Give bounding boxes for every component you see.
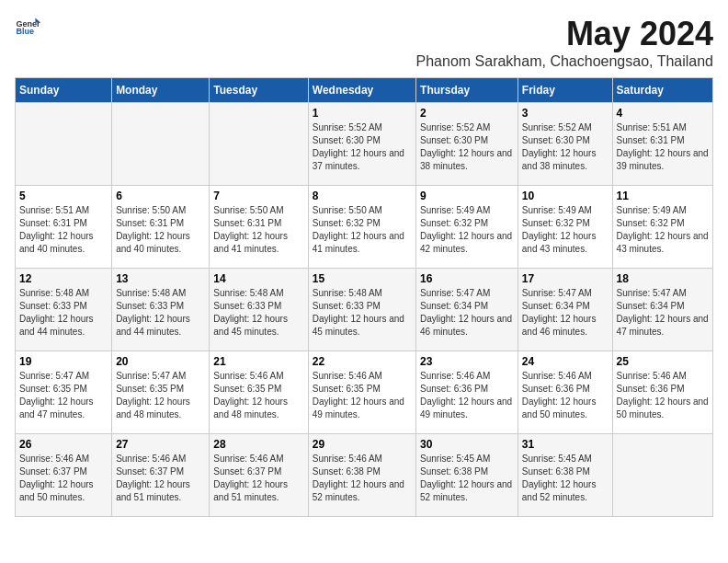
day-info: Sunrise: 5:47 AMSunset: 6:34 PMDaylight:… [420,287,514,339]
day-number: 11 [617,190,709,202]
day-info: Sunrise: 5:47 AMSunset: 6:34 PMDaylight:… [522,287,609,339]
calendar-cell: 17Sunrise: 5:47 AMSunset: 6:34 PMDayligh… [518,269,612,351]
day-info: Sunrise: 5:45 AMSunset: 6:38 PMDaylight:… [420,453,514,504]
day-number: 13 [116,272,205,285]
calendar-cell: 26Sunrise: 5:46 AMSunset: 6:37 PMDayligh… [16,434,112,517]
day-info: Sunrise: 5:47 AMSunset: 6:35 PMDaylight:… [116,370,205,421]
day-info: Sunrise: 5:46 AMSunset: 6:37 PMDaylight:… [19,453,108,504]
calendar-cell [112,103,210,186]
day-info: Sunrise: 5:50 AMSunset: 6:32 PMDaylight:… [313,204,412,256]
day-number: 15 [313,272,412,285]
calendar-week-row: 12Sunrise: 5:48 AMSunset: 6:33 PMDayligh… [16,269,713,351]
header-sunday: Sunday [16,78,112,103]
calendar-cell: 20Sunrise: 5:47 AMSunset: 6:35 PMDayligh… [112,351,210,434]
day-number: 29 [313,438,412,451]
day-info: Sunrise: 5:49 AMSunset: 6:32 PMDaylight:… [522,204,609,256]
calendar-cell: 7Sunrise: 5:50 AMSunset: 6:31 PMDaylight… [210,186,308,269]
title-area: May 2024 Phanom Sarakham, Chachoengsao, … [416,15,713,70]
calendar-cell: 15Sunrise: 5:48 AMSunset: 6:33 PMDayligh… [308,269,415,351]
day-info: Sunrise: 5:52 AMSunset: 6:30 PMDaylight:… [313,121,412,173]
calendar-cell: 29Sunrise: 5:46 AMSunset: 6:38 PMDayligh… [308,434,415,517]
day-info: Sunrise: 5:50 AMSunset: 6:31 PMDaylight:… [213,204,303,256]
day-number: 21 [213,355,303,368]
day-number: 30 [420,438,514,451]
calendar-cell: 10Sunrise: 5:49 AMSunset: 6:32 PMDayligh… [518,186,612,269]
calendar-cell: 6Sunrise: 5:50 AMSunset: 6:31 PMDaylight… [112,186,210,269]
subtitle: Phanom Sarakham, Chachoengsao, Thailand [416,53,713,70]
calendar-cell: 23Sunrise: 5:46 AMSunset: 6:36 PMDayligh… [416,351,518,434]
calendar-table: SundayMondayTuesdayWednesdayThursdayFrid… [15,77,713,517]
day-info: Sunrise: 5:47 AMSunset: 6:35 PMDaylight:… [19,370,108,421]
calendar-cell: 12Sunrise: 5:48 AMSunset: 6:33 PMDayligh… [16,269,112,351]
day-number: 27 [116,438,205,451]
calendar-week-row: 1Sunrise: 5:52 AMSunset: 6:30 PMDaylight… [16,103,713,186]
calendar-cell: 31Sunrise: 5:45 AMSunset: 6:38 PMDayligh… [518,434,612,517]
calendar-cell: 28Sunrise: 5:46 AMSunset: 6:37 PMDayligh… [210,434,308,517]
day-number: 14 [213,272,303,285]
day-info: Sunrise: 5:46 AMSunset: 6:38 PMDaylight:… [313,453,412,504]
day-number: 18 [617,272,709,285]
header-thursday: Thursday [416,78,518,103]
calendar-cell: 2Sunrise: 5:52 AMSunset: 6:30 PMDaylight… [416,103,518,186]
day-number: 26 [19,438,108,451]
calendar-cell: 4Sunrise: 5:51 AMSunset: 6:31 PMDaylight… [612,103,712,186]
day-info: Sunrise: 5:46 AMSunset: 6:36 PMDaylight:… [617,370,709,421]
calendar-cell: 8Sunrise: 5:50 AMSunset: 6:32 PMDaylight… [308,186,415,269]
day-number: 6 [116,190,205,202]
day-number: 31 [522,438,609,451]
day-info: Sunrise: 5:48 AMSunset: 6:33 PMDaylight:… [213,287,303,339]
day-number: 10 [522,190,609,202]
day-number: 22 [313,355,412,368]
day-info: Sunrise: 5:46 AMSunset: 6:37 PMDaylight:… [213,453,303,504]
calendar-cell: 1Sunrise: 5:52 AMSunset: 6:30 PMDaylight… [308,103,415,186]
day-number: 5 [19,190,108,202]
day-info: Sunrise: 5:49 AMSunset: 6:32 PMDaylight:… [617,204,709,256]
day-info: Sunrise: 5:48 AMSunset: 6:33 PMDaylight:… [19,287,108,339]
day-number: 3 [522,107,609,120]
day-info: Sunrise: 5:48 AMSunset: 6:33 PMDaylight:… [116,287,205,339]
calendar-cell: 22Sunrise: 5:46 AMSunset: 6:35 PMDayligh… [308,351,415,434]
header-saturday: Saturday [612,78,712,103]
calendar-cell [210,103,308,186]
calendar-week-row: 5Sunrise: 5:51 AMSunset: 6:31 PMDaylight… [16,186,713,269]
calendar-cell: 25Sunrise: 5:46 AMSunset: 6:36 PMDayligh… [612,351,712,434]
day-number: 16 [420,272,514,285]
calendar-week-row: 19Sunrise: 5:47 AMSunset: 6:35 PMDayligh… [16,351,713,434]
calendar-cell: 18Sunrise: 5:47 AMSunset: 6:34 PMDayligh… [612,269,712,351]
calendar-cell: 19Sunrise: 5:47 AMSunset: 6:35 PMDayligh… [16,351,112,434]
header: General Blue May 2024 Phanom Sarakham, C… [15,15,713,70]
calendar-cell [16,103,112,186]
calendar-cell: 30Sunrise: 5:45 AMSunset: 6:38 PMDayligh… [416,434,518,517]
header-wednesday: Wednesday [308,78,415,103]
day-number: 19 [19,355,108,368]
day-info: Sunrise: 5:46 AMSunset: 6:36 PMDaylight:… [522,370,609,421]
day-number: 23 [420,355,514,368]
header-tuesday: Tuesday [210,78,308,103]
calendar-cell: 24Sunrise: 5:46 AMSunset: 6:36 PMDayligh… [518,351,612,434]
day-info: Sunrise: 5:46 AMSunset: 6:37 PMDaylight:… [116,453,205,504]
day-info: Sunrise: 5:51 AMSunset: 6:31 PMDaylight:… [617,121,709,173]
calendar-header-row: SundayMondayTuesdayWednesdayThursdayFrid… [16,78,713,103]
calendar-cell: 11Sunrise: 5:49 AMSunset: 6:32 PMDayligh… [612,186,712,269]
logo: General Blue [15,15,40,40]
day-info: Sunrise: 5:52 AMSunset: 6:30 PMDaylight:… [522,121,609,173]
calendar-cell: 5Sunrise: 5:51 AMSunset: 6:31 PMDaylight… [16,186,112,269]
day-number: 9 [420,190,514,202]
day-info: Sunrise: 5:46 AMSunset: 6:35 PMDaylight:… [313,370,412,421]
calendar-week-row: 26Sunrise: 5:46 AMSunset: 6:37 PMDayligh… [16,434,713,517]
calendar-cell: 16Sunrise: 5:47 AMSunset: 6:34 PMDayligh… [416,269,518,351]
day-info: Sunrise: 5:51 AMSunset: 6:31 PMDaylight:… [19,204,108,256]
day-number: 2 [420,107,514,120]
day-number: 25 [617,355,709,368]
day-info: Sunrise: 5:46 AMSunset: 6:36 PMDaylight:… [420,370,514,421]
header-friday: Friday [518,78,612,103]
day-info: Sunrise: 5:52 AMSunset: 6:30 PMDaylight:… [420,121,514,173]
day-info: Sunrise: 5:45 AMSunset: 6:38 PMDaylight:… [522,453,609,504]
calendar-cell: 14Sunrise: 5:48 AMSunset: 6:33 PMDayligh… [210,269,308,351]
day-number: 28 [213,438,303,451]
day-number: 1 [313,107,412,120]
day-number: 4 [617,107,709,120]
calendar-cell [612,434,712,517]
svg-text:Blue: Blue [16,27,34,36]
day-number: 12 [19,272,108,285]
